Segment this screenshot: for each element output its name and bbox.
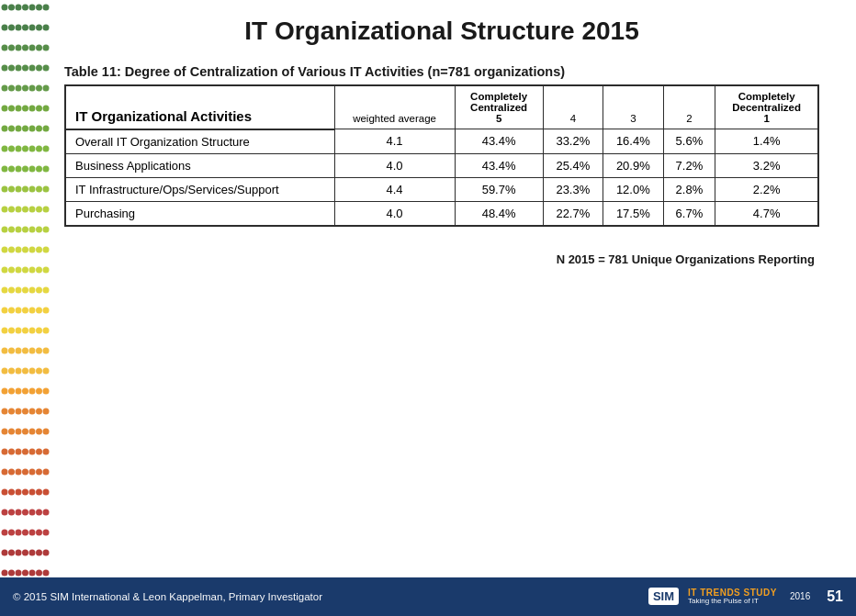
col5-cell: 43.4% (455, 129, 543, 154)
col1-cell: 2.2% (715, 177, 818, 201)
table-row: IT Infrastructure/Ops/Services/Support 4… (65, 177, 818, 201)
activity-col-header: IT Organizational Activities (65, 85, 334, 129)
footer-copyright: © 2015 SIM International & Leon Kappelma… (13, 591, 322, 602)
sim-label: SIM (653, 589, 674, 603)
col5-header: Completely Centralized 5 (455, 85, 543, 129)
table-row: Business Applications 4.0 43.4% 25.4% 20… (65, 153, 818, 177)
activity-cell: Purchasing (65, 201, 334, 226)
col2-cell: 7.2% (663, 153, 715, 177)
col5-cell: 48.4% (455, 201, 543, 226)
weighted-avg-cell: 4.1 (334, 129, 455, 154)
col3-cell: 17.5% (603, 201, 663, 226)
col3-cell: 16.4% (603, 129, 663, 154)
weighted-avg-cell: 4.0 (334, 201, 455, 226)
weighted-avg-header: weighted average (334, 85, 455, 129)
col4-cell: 23.3% (543, 177, 603, 201)
data-table: IT Organizational Activities weighted av… (64, 84, 819, 227)
table-header-row: IT Organizational Activities weighted av… (65, 85, 818, 129)
col3-header: 3 (603, 85, 663, 129)
weighted-avg-cell: 4.0 (334, 153, 455, 177)
col5-cell: 59.7% (455, 177, 543, 201)
weighted-avg-cell: 4.4 (334, 177, 455, 201)
table-row: Purchasing 4.0 48.4% 22.7% 17.5% 6.7% 4.… (65, 201, 818, 226)
col3-cell: 12.0% (603, 177, 663, 201)
col1-header: Completely Decentralized 1 (715, 85, 818, 129)
activity-cell: Business Applications (65, 153, 334, 177)
col1-cell: 3.2% (715, 153, 818, 177)
col1-cell: 1.4% (715, 129, 818, 154)
activity-cell: IT Infrastructure/Ops/Services/Support (65, 177, 334, 201)
col2-cell: 6.7% (663, 201, 715, 226)
table-body: Overall IT Organization Structure 4.1 43… (65, 129, 818, 226)
col3-cell: 20.9% (603, 153, 663, 177)
col4-header: 4 (543, 85, 603, 129)
footer-page-number: 51 (827, 588, 843, 605)
slide: IT Organizational Structure 2015 Table 1… (0, 0, 856, 616)
col2-header: 2 (663, 85, 715, 129)
activity-cell: Overall IT Organization Structure (65, 129, 334, 154)
col4-cell: 22.7% (543, 201, 603, 226)
col4-cell: 25.4% (543, 153, 603, 177)
note-text: N 2015 = 781 Unique Organizations Report… (64, 252, 819, 266)
trends-line2: Taking the Pulse of IT (688, 598, 759, 606)
sim-logo: SIM (648, 588, 679, 605)
footer-bar: © 2015 SIM International & Leon Kappelma… (0, 577, 856, 616)
table-row: Overall IT Organization Structure 4.1 43… (65, 129, 818, 154)
table-caption: Table 11: Degree of Centralization of Va… (64, 64, 819, 79)
col4-cell: 33.2% (543, 129, 603, 154)
col2-cell: 2.8% (663, 177, 715, 201)
footer-year: 2016 (790, 591, 810, 601)
main-content: IT Organizational Structure 2015 Table 1… (0, 0, 856, 577)
slide-title: IT Organizational Structure 2015 (64, 17, 819, 46)
footer-right: SIM IT TRENDS STUDY Taking the Pulse of … (648, 588, 843, 606)
col2-cell: 5.6% (663, 129, 715, 154)
col1-cell: 4.7% (715, 201, 818, 226)
it-trends-badge: IT TRENDS STUDY Taking the Pulse of IT (688, 588, 777, 606)
col5-cell: 43.4% (455, 153, 543, 177)
